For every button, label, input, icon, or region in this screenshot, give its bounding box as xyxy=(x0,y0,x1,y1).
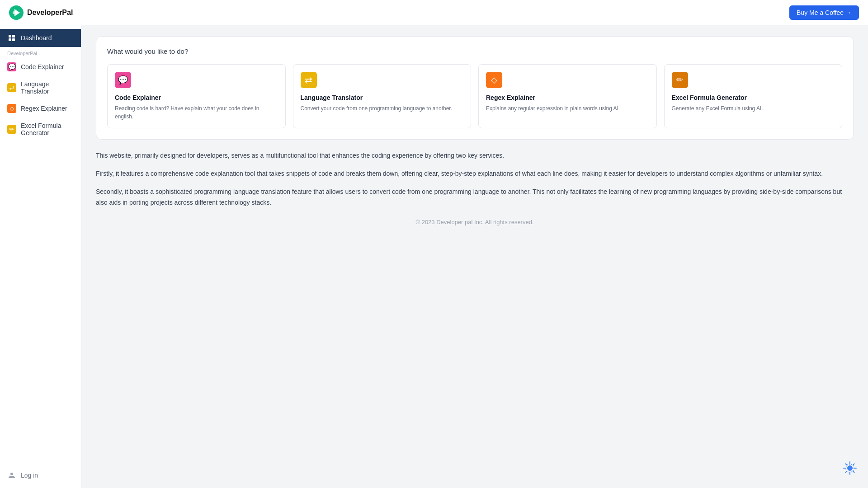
tool-icon-language-translator: ⇄ xyxy=(301,72,317,88)
svg-line-14 xyxy=(853,471,854,473)
description-para-1: This website, primarily designed for dev… xyxy=(96,150,854,161)
svg-point-7 xyxy=(847,465,853,471)
login-icon xyxy=(7,471,16,480)
footer-text: © 2023 Developer pal Inc. All rights res… xyxy=(415,219,533,225)
svg-line-13 xyxy=(845,464,847,465)
svg-rect-3 xyxy=(9,35,11,38)
svg-rect-4 xyxy=(12,35,15,38)
login-label: Log in xyxy=(21,472,38,479)
svg-line-15 xyxy=(853,464,854,465)
regex-explainer-icon: ◇ xyxy=(7,104,16,113)
code-explainer-icon: 💬 xyxy=(7,62,16,71)
sidebar: Dashboard DeveloperPal 💬 Code Explainer … xyxy=(0,25,81,488)
tools-card-title: What would you like to do? xyxy=(107,47,842,55)
description-block: This website, primarily designed for dev… xyxy=(96,150,854,208)
buy-coffee-button[interactable]: Buy Me a Coffee → xyxy=(789,5,859,20)
dashboard-icon xyxy=(7,33,16,42)
tool-icon-regex-explainer: ◇ xyxy=(486,72,502,88)
tool-desc-language-translator: Convert your code from one programming l… xyxy=(301,104,464,113)
language-translator-icon: ⇄ xyxy=(7,83,16,92)
svg-rect-6 xyxy=(12,38,15,41)
tool-desc-code-explainer: Reading code is hard? Have explain what … xyxy=(115,104,278,121)
sidebar-label-code-explainer: Code Explainer xyxy=(21,63,64,70)
tool-card-code-explainer[interactable]: 💬 Code Explainer Reading code is hard? H… xyxy=(107,64,286,128)
tool-card-language-translator[interactable]: ⇄ Language Translator Convert your code … xyxy=(293,64,472,128)
app-header: DeveloperPal Buy Me a Coffee → xyxy=(0,0,868,25)
sidebar-label-language-translator: Language Translator xyxy=(21,80,74,95)
sidebar-item-code-explainer[interactable]: 💬 Code Explainer xyxy=(0,58,81,76)
app-logo: DeveloperPal xyxy=(9,5,73,20)
sidebar-label-excel-formula: Excel Formula Generator xyxy=(21,122,74,136)
app-title: DeveloperPal xyxy=(27,9,73,17)
excel-formula-icon: ✏ xyxy=(7,125,16,134)
app-layout: Dashboard DeveloperPal 💬 Code Explainer … xyxy=(0,25,868,488)
tool-card-excel-formula[interactable]: ✏ Excel Formula Generator Generate any E… xyxy=(664,64,843,128)
sidebar-item-excel-formula[interactable]: ✏ Excel Formula Generator xyxy=(0,117,81,141)
login-button[interactable]: Log in xyxy=(0,466,81,484)
footer: © 2023 Developer pal Inc. All rights res… xyxy=(96,208,854,229)
tool-icon-excel-formula: ✏ xyxy=(672,72,688,88)
description-para-3: Secondly, it boasts a sophisticated prog… xyxy=(96,187,854,208)
logo-icon xyxy=(9,5,24,20)
tool-icon-code-explainer: 💬 xyxy=(115,72,131,88)
description-para-2: Firstly, it features a comprehensive cod… xyxy=(96,169,854,179)
sidebar-item-dashboard[interactable]: Dashboard xyxy=(0,29,81,47)
sidebar-item-language-translator[interactable]: ⇄ Language Translator xyxy=(0,76,81,99)
sidebar-item-regex-explainer[interactable]: ◇ Regex Explainer xyxy=(0,99,81,117)
theme-toggle-button[interactable] xyxy=(843,461,857,477)
svg-point-2 xyxy=(13,11,15,14)
tool-name-code-explainer: Code Explainer xyxy=(115,94,278,102)
tool-name-language-translator: Language Translator xyxy=(301,94,464,102)
main-content: What would you like to do? 💬 Code Explai… xyxy=(81,25,868,488)
tool-name-excel-formula: Excel Formula Generator xyxy=(672,94,835,102)
tool-desc-regex-explainer: Explains any regular expression in plain… xyxy=(486,104,649,113)
sidebar-label-regex-explainer: Regex Explainer xyxy=(21,105,67,112)
tool-card-regex-explainer[interactable]: ◇ Regex Explainer Explains any regular e… xyxy=(478,64,657,128)
svg-line-16 xyxy=(845,471,847,473)
tools-grid: 💬 Code Explainer Reading code is hard? H… xyxy=(107,64,842,128)
svg-rect-5 xyxy=(9,38,11,41)
tool-name-regex-explainer: Regex Explainer xyxy=(486,94,649,102)
sidebar-section-label: DeveloperPal xyxy=(0,47,81,58)
sidebar-label-dashboard: Dashboard xyxy=(21,34,52,42)
tool-desc-excel-formula: Generate any Excel Formula using AI. xyxy=(672,104,835,113)
tools-card: What would you like to do? 💬 Code Explai… xyxy=(96,36,854,140)
sun-icon xyxy=(843,461,857,475)
